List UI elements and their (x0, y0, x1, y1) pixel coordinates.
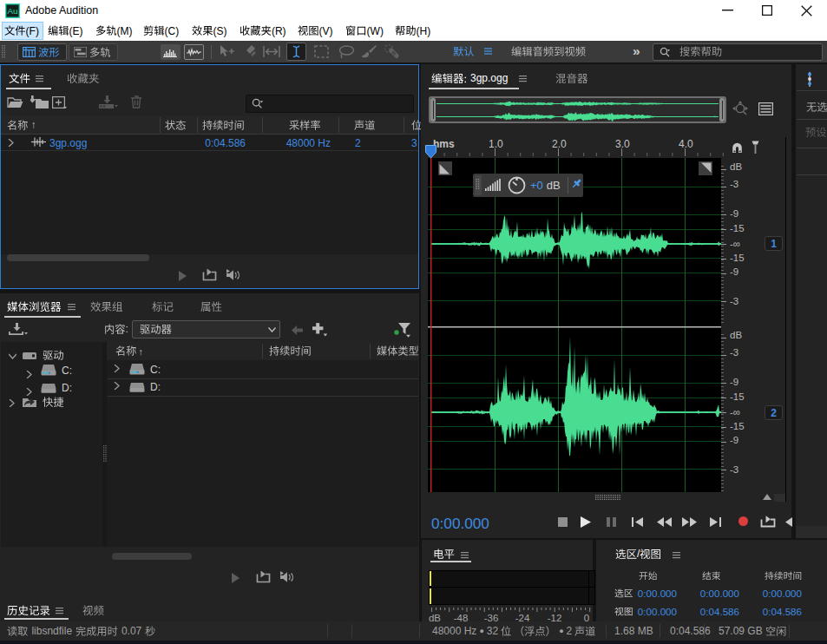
svg-text:Au: Au (8, 6, 18, 16)
